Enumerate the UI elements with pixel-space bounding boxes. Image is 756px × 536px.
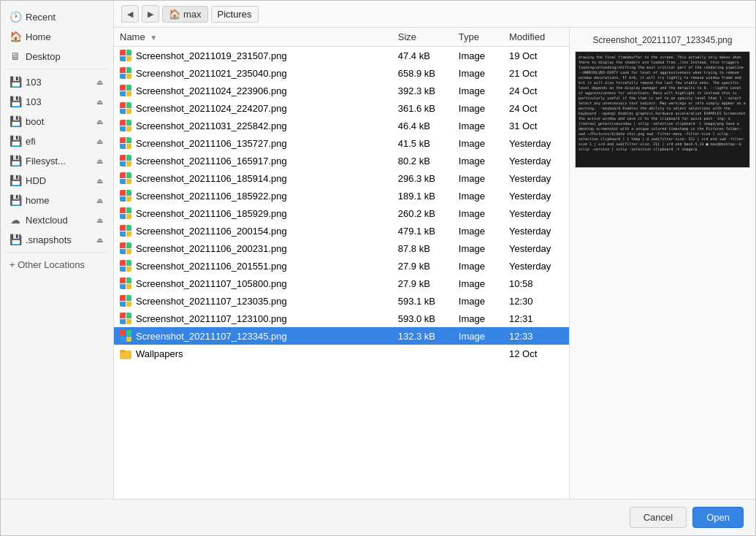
file-type: Image [453,134,503,152]
file-type: Image [453,204,503,222]
file-type: Image [453,64,503,82]
table-row[interactable]: Screenshot_20211106_135727.png41.5 kBIma… [114,134,569,152]
file-name-cell: Screenshot_20211107_123345.png [114,327,392,345]
eject-icon[interactable]: ⏏ [94,77,104,87]
file-name-cell: Wallpapers [114,345,392,362]
eject-icon[interactable]: ⏏ [94,175,104,185]
home-breadcrumb[interactable]: 🏠 max [162,6,208,23]
sidebar-divider [7,252,107,253]
folder-icon [120,348,131,359]
sidebar-item-label: Filesyst... [26,156,90,166]
home-icon-glyph: 🏠 [169,9,180,20]
table-row[interactable]: Screenshot_20211106_185922.png189.1 kBIm… [114,187,569,204]
column-type[interactable]: Type [453,28,503,47]
sidebar-item-hdd[interactable]: 💾 HDD ⏏ [4,171,110,190]
file-name-cell: Screenshot_20211019_231507.png [114,47,392,65]
file-size: 27.9 kB [392,275,453,292]
back-button[interactable]: ◀ [121,5,139,23]
eject-icon[interactable]: ⏏ [94,136,104,146]
file-type: Image [453,117,503,134]
file-modified: 31 Oct [503,117,569,134]
eject-icon[interactable]: ⏏ [94,156,104,166]
preview-image: drawing the final framebuffer to the scr… [575,51,750,168]
image-icon [120,50,131,61]
eject-icon[interactable]: ⏏ [94,234,104,245]
table-row[interactable]: Screenshot_20211107_123035.png593.1 kBIm… [114,292,569,310]
open-button[interactable]: Open [692,507,744,528]
file-size: 260.2 kB [392,204,453,222]
sidebar-item-filesystem[interactable]: 💾 Filesyst... ⏏ [4,151,110,170]
file-name: Screenshot_20211106_185929.png [136,208,287,219]
image-icon [120,172,131,184]
drive-icon: 💾 [9,234,21,245]
file-type: Image [453,327,503,345]
file-name: Screenshot_20211019_231507.png [136,50,287,61]
table-row[interactable]: Screenshot_20211107_123345.png132.3 kBIm… [114,327,569,345]
file-type: Image [453,222,503,240]
file-modified: 19 Oct [503,47,569,65]
table-row[interactable]: Screenshot_20211031_225842.png46.4 kBIma… [114,117,569,134]
sidebar-item-103b[interactable]: 💾 103 ⏏ [4,92,110,111]
file-name-cell: Screenshot_20211106_201551.png [114,257,392,275]
table-row[interactable]: Screenshot_20211019_231507.png47.4 kBIma… [114,47,569,65]
file-name: Wallpapers [136,348,183,359]
cloud-icon: ☁ [9,214,21,226]
sidebar-item-nextcloud[interactable]: ☁ Nextcloud ⏏ [4,210,110,229]
drive-icon: 💾 [9,175,21,186]
file-size: 41.5 kB [392,134,453,152]
sidebar-other-locations[interactable]: + Other Locations [4,256,110,274]
table-row[interactable]: Screenshot_20211106_185914.png296.3 kBIm… [114,169,569,187]
table-row[interactable]: Screenshot_20211106_200231.png87.8 kBIma… [114,240,569,257]
file-type: Image [453,240,503,257]
table-row[interactable]: Screenshot_20211106_200154.png479.1 kBIm… [114,222,569,240]
sidebar-item-home2[interactable]: 💾 home ⏏ [4,191,110,210]
column-size[interactable]: Size [392,28,453,47]
file-modified: Yesterday [503,134,569,152]
table-row[interactable]: Screenshot_20211024_224207.png361.6 kBIm… [114,99,569,117]
file-name-cell: Screenshot_20211024_223906.png [114,82,392,99]
column-name[interactable]: Name ▼ [114,28,392,47]
table-row[interactable]: Wallpapers12 Oct [114,345,569,362]
table-row[interactable]: Screenshot_20211107_123100.png593.0 kBIm… [114,310,569,327]
sidebar-item-snapshots[interactable]: 💾 .snapshots ⏏ [4,230,110,249]
sidebar-item-desktop[interactable]: 🖥 Desktop [4,47,110,66]
table-row[interactable]: Screenshot_20211021_235040.png658.9 kBIm… [114,64,569,82]
forward-button[interactable]: ▶ [142,5,159,23]
eject-icon[interactable]: ⏏ [94,215,104,225]
file-modified: Yesterday [503,187,569,204]
image-icon [120,242,131,254]
table-row[interactable]: Screenshot_20211106_185929.png260.2 kBIm… [114,204,569,222]
file-type: Image [453,47,503,65]
image-icon [120,102,131,114]
file-size: 392.3 kB [392,82,453,99]
file-name-cell: Screenshot_20211024_224207.png [114,99,392,117]
breadcrumb-bar: ◀ ▶ 🏠 max Pictures [114,1,755,28]
sidebar-item-label: Desktop [26,51,104,62]
table-row[interactable]: Screenshot_20211107_105800.png27.9 kBIma… [114,275,569,292]
eject-icon[interactable]: ⏏ [94,195,104,205]
home-label: max [183,9,202,20]
terminal-preview: drawing the final framebuffer to the scr… [576,52,749,167]
sort-icon: ▼ [150,34,157,42]
sidebar-item-label: boot [26,116,90,127]
eject-icon[interactable]: ⏏ [94,116,104,126]
eject-icon[interactable]: ⏏ [94,96,104,107]
sidebar-item-recent[interactable]: 🕐 Recent [4,7,110,26]
column-modified[interactable]: Modified [503,28,569,47]
cancel-button[interactable]: Cancel [630,507,687,528]
file-type: Image [453,292,503,310]
table-row[interactable]: Screenshot_20211024_223906.png392.3 kBIm… [114,82,569,99]
table-row[interactable]: Screenshot_20211106_201551.png27.9 kBIma… [114,257,569,275]
file-size: 593.1 kB [392,292,453,310]
file-name: Screenshot_20211106_201551.png [136,261,287,272]
file-name: Screenshot_20211021_235040.png [136,68,287,79]
table-row[interactable]: Screenshot_20211106_165917.png80.2 kBIma… [114,152,569,169]
sidebar-item-103a[interactable]: 💾 103 ⏏ [4,72,110,91]
sidebar-item-home[interactable]: 🏠 Home [4,27,110,46]
file-type: Image [453,310,503,327]
sidebar-item-boot[interactable]: 💾 boot ⏏ [4,112,110,131]
file-table: Name ▼ Size Type Modified [114,28,569,362]
sidebar-item-efi[interactable]: 💾 efi ⏏ [4,131,110,150]
file-size: 658.9 kB [392,64,453,82]
file-type: Image [453,275,503,292]
